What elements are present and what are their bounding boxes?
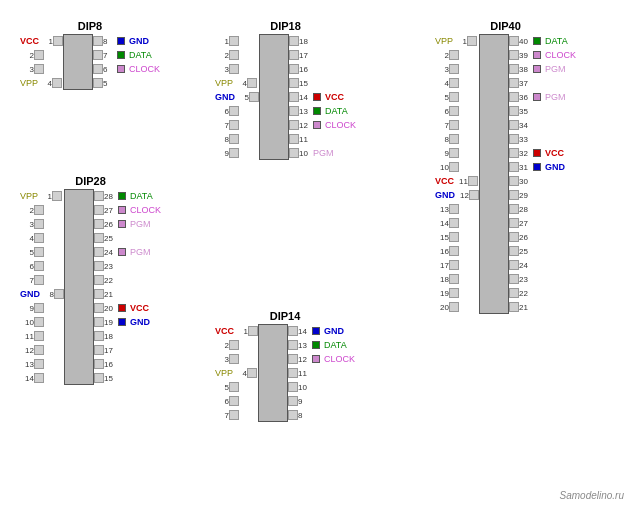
dip14-right-pins: 14GND 13DATA 12CLOCK 11 10 9 8 bbox=[288, 324, 355, 422]
pin-row: VCC 1 bbox=[20, 34, 63, 48]
pin-row: 3 bbox=[20, 62, 63, 76]
pin-row: 5 bbox=[93, 76, 160, 90]
dip28-right-pins: 28DATA 27CLOCK 26PGM 25 24PGM 23 22 21 2… bbox=[94, 189, 161, 385]
pin-row: 10 PGM bbox=[289, 146, 356, 160]
dip8-right-pins: 8 GND 7 DATA 6 CLOCK bbox=[93, 34, 160, 90]
dip40-title: DIP40 bbox=[435, 20, 576, 32]
dip14-chip: DIP14 VCC1 2 3 VPP4 5 6 7 14GND 13DATA 1… bbox=[215, 310, 355, 422]
pin-row: 7 DATA bbox=[93, 48, 160, 62]
dip8-body bbox=[63, 34, 93, 90]
dip40-left-pins: VPP1 2 3 4 5 6 7 8 9 10 VCC11 GND12 13 1… bbox=[435, 34, 479, 314]
dip8-left-pins: VCC 1 2 3 VPP 4 bbox=[20, 34, 63, 90]
dip40-body bbox=[479, 34, 509, 314]
pin-row: 18 bbox=[289, 34, 356, 48]
pin-row: VPP 4 bbox=[215, 76, 259, 90]
dip28-title: DIP28 bbox=[20, 175, 161, 187]
pin-row: 6 CLOCK bbox=[93, 62, 160, 76]
pin-row: 6 bbox=[215, 104, 259, 118]
pin-row: 16 bbox=[289, 62, 356, 76]
pin-row: 2 bbox=[215, 48, 259, 62]
pin-row: 1 bbox=[215, 34, 259, 48]
pin-row: 8 GND bbox=[93, 34, 160, 48]
dip8-chip: DIP8 VCC 1 2 3 VPP bbox=[20, 20, 160, 90]
pin-row: 15 bbox=[289, 76, 356, 90]
pin-row: 12 CLOCK bbox=[289, 118, 356, 132]
pin-row: 9 bbox=[215, 146, 259, 160]
dip18-left-pins: 1 2 3 VPP 4 bbox=[215, 34, 259, 160]
dip14-title: DIP14 bbox=[215, 310, 355, 322]
dip28-left-pins: VPP1 2 3 4 5 6 7 GND8 9 10 11 12 13 14 bbox=[20, 189, 64, 385]
dip18-title: DIP18 bbox=[215, 20, 356, 32]
pin-row: 17 bbox=[289, 48, 356, 62]
pin-row: 11 bbox=[289, 132, 356, 146]
dip18-chip: DIP18 1 2 3 VPP bbox=[215, 20, 356, 160]
dip18-body bbox=[259, 34, 289, 160]
pin-row: 14 VCC bbox=[289, 90, 356, 104]
dip40-right-pins: 40DATA 39CLOCK 38PGM 37 36PGM 35 34 33 3… bbox=[509, 34, 576, 314]
dip28-chip: DIP28 VPP1 2 3 4 5 6 7 GND8 9 10 11 12 1… bbox=[20, 175, 161, 385]
pin-row: GND 5 bbox=[215, 90, 259, 104]
dip8-title: DIP8 bbox=[20, 20, 160, 32]
dip14-body bbox=[258, 324, 288, 422]
dip18-right-pins: 18 17 16 15 bbox=[289, 34, 356, 160]
pin-row: 8 bbox=[215, 132, 259, 146]
dip40-chip: DIP40 VPP1 2 3 4 5 6 7 8 9 10 VCC11 GND1… bbox=[435, 20, 576, 314]
pin-row: 2 bbox=[20, 48, 63, 62]
watermark: Samodelino.ru bbox=[560, 490, 624, 501]
pin-row: 13 DATA bbox=[289, 104, 356, 118]
pin-row: 3 bbox=[215, 62, 259, 76]
pin-row: 7 bbox=[215, 118, 259, 132]
pin-row: VPP 4 bbox=[20, 76, 63, 90]
diagram-area: DIP8 VCC 1 2 3 VPP bbox=[0, 0, 634, 509]
dip28-body bbox=[64, 189, 94, 385]
dip14-left-pins: VCC1 2 3 VPP4 5 6 7 bbox=[215, 324, 258, 422]
